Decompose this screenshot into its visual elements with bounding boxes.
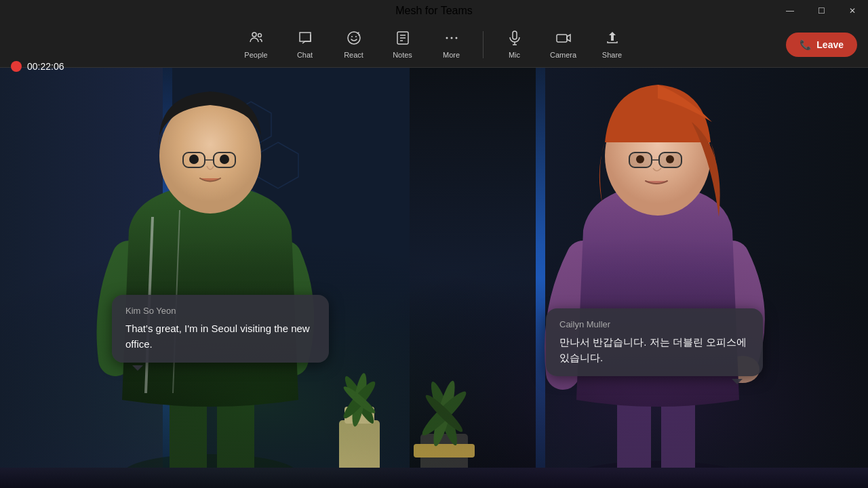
- recording-indicator: 00:22:06: [11, 43, 64, 89]
- more-button[interactable]: More: [429, 24, 475, 65]
- speaker-name-left: Kim So Yeon: [125, 306, 315, 316]
- close-button[interactable]: ✕: [837, 0, 868, 22]
- mic-button[interactable]: Mic: [492, 24, 538, 65]
- svg-point-3: [351, 36, 353, 37]
- divider: [483, 31, 484, 58]
- speech-text-right: 만나서 반갑습니다. 저는 더블린 오피스에 있습니다.: [559, 335, 749, 365]
- speaker-name-right: Cailyn Muller: [559, 319, 749, 329]
- leave-label: Leave: [816, 39, 844, 50]
- toolbar: 00:22:06 People Chat: [0, 22, 868, 68]
- svg-point-4: [355, 36, 357, 37]
- chat-icon: [297, 30, 313, 48]
- leave-button[interactable]: 📞 Leave: [786, 33, 857, 57]
- recording-time: 00:22:06: [27, 61, 64, 72]
- people-icon: [248, 30, 264, 48]
- share-button[interactable]: Share: [589, 24, 635, 65]
- notes-icon: [395, 30, 411, 48]
- chat-button[interactable]: Chat: [282, 24, 328, 65]
- react-button[interactable]: React: [331, 24, 377, 65]
- people-button[interactable]: People: [233, 24, 279, 65]
- camera-label: Camera: [550, 51, 576, 59]
- more-label: More: [443, 51, 460, 59]
- share-icon: [604, 30, 620, 48]
- svg-rect-15: [557, 35, 567, 42]
- notes-label: Notes: [393, 51, 412, 59]
- svg-point-10: [450, 37, 452, 39]
- share-label: Share: [602, 51, 622, 59]
- leave-phone-icon: 📞: [800, 39, 811, 50]
- svg-point-0: [252, 33, 256, 37]
- recording-dot: [11, 61, 22, 72]
- svg-rect-64: [0, 68, 868, 488]
- people-label: People: [244, 51, 267, 59]
- svg-point-2: [348, 32, 360, 44]
- more-icon: [443, 30, 460, 48]
- react-icon: [346, 30, 362, 48]
- speech-text-left: That's great, I'm in Seoul visiting the …: [125, 321, 315, 352]
- scene-svg: [0, 68, 868, 488]
- titlebar: Mesh for Teams — ☐ ✕: [0, 0, 868, 22]
- minimize-button[interactable]: —: [774, 0, 806, 22]
- notes-button[interactable]: Notes: [380, 24, 426, 65]
- chat-label: Chat: [297, 51, 313, 59]
- camera-icon: [555, 30, 572, 48]
- mic-icon: [507, 30, 523, 48]
- svg-point-1: [258, 34, 261, 37]
- svg-point-11: [455, 37, 457, 39]
- speech-bubble-right: Cailyn Muller 만나서 반갑습니다. 저는 더블린 오피스에 있습니…: [546, 308, 763, 376]
- camera-button[interactable]: Camera: [540, 24, 587, 65]
- main-scene: Kim So Yeon That's great, I'm in Seoul v…: [0, 68, 868, 488]
- mic-label: Mic: [509, 51, 520, 59]
- speech-bubble-left: Kim So Yeon That's great, I'm in Seoul v…: [112, 295, 329, 363]
- titlebar-title: Mesh for Teams: [395, 5, 473, 17]
- svg-rect-12: [513, 31, 517, 39]
- maximize-button[interactable]: ☐: [806, 0, 837, 22]
- svg-point-9: [446, 37, 448, 39]
- react-label: React: [344, 51, 363, 59]
- titlebar-controls: — ☐ ✕: [774, 0, 868, 22]
